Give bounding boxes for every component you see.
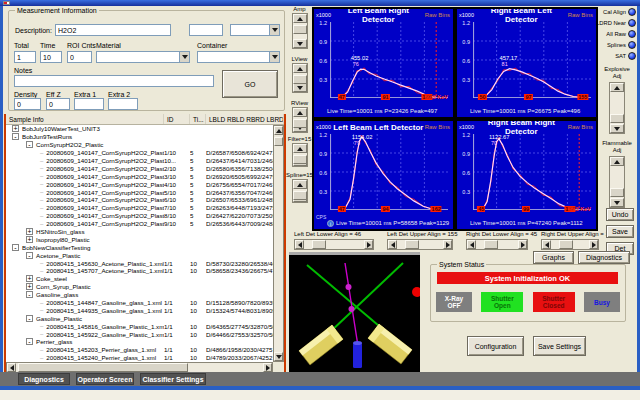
scrollbar-vertical[interactable] <box>609 156 625 208</box>
scrollbar-vertical[interactable] <box>609 82 625 134</box>
explosive-adj-slider[interactable] <box>609 82 625 134</box>
configuration-button[interactable]: Configuration <box>467 336 524 356</box>
scroll-track[interactable] <box>274 135 283 352</box>
tree-row[interactable]: -Gasoline_glass <box>6 291 273 299</box>
tree-horizontal-scrollbar[interactable] <box>6 362 273 372</box>
scroll-track[interactable] <box>304 240 364 249</box>
tree-expander-icon[interactable]: - <box>12 133 19 140</box>
tree-row[interactable]: –20080609_140147_CornSyrupH2O2_Plastic_1… <box>6 157 273 165</box>
tree-row[interactable]: –20080415_145816_Gasoline_Plastic_1.xml1… <box>6 322 273 330</box>
tree-row[interactable]: –20080609_140147_CornSyrupH2O2_Plastic_9… <box>6 220 273 228</box>
scroll-thumb[interactable] <box>312 240 326 249</box>
tree-expander-icon[interactable]: - <box>26 315 33 322</box>
led-button[interactable] <box>628 8 636 16</box>
total-field[interactable] <box>14 51 36 63</box>
tab-classifier-settings[interactable]: Classifier Settings <box>140 373 206 385</box>
column-header-sample-info[interactable]: Sample Info <box>6 114 164 124</box>
tree-row[interactable]: –20080609_140147_CornSyrupH2O2_Plastic_1… <box>6 149 273 157</box>
tree-row[interactable]: –20080415_144935_Gasoline_glass_1.xml1/1… <box>6 306 273 314</box>
scrollbar-vertical[interactable] <box>292 179 308 203</box>
tab-operator-screen[interactable]: Operator Screen <box>76 373 134 385</box>
tree-expander-icon[interactable]: - <box>12 244 19 251</box>
scroll-up-icon[interactable] <box>610 157 624 166</box>
tree-row[interactable]: -Perrier_glass <box>6 338 273 346</box>
tree-row[interactable]: –20080415_145240_Perrier_glass_1.xml1/11… <box>6 354 273 362</box>
scroll-right-icon[interactable] <box>364 240 373 249</box>
scroll-right-icon[interactable] <box>263 363 272 372</box>
tree-row[interactable]: –20080609_140147_CornSyrupH2O2_Plastic_8… <box>6 212 273 220</box>
scrollbar-horizontal[interactable] <box>294 239 374 250</box>
scroll-thumb[interactable] <box>293 25 307 34</box>
led-button[interactable] <box>628 52 636 60</box>
scroll-down-icon[interactable] <box>610 124 624 133</box>
scroll-track[interactable] <box>293 189 307 193</box>
scroll-thumb[interactable] <box>18 363 188 372</box>
scroll-down-icon[interactable] <box>274 352 283 361</box>
scroll-thumb[interactable] <box>610 114 624 123</box>
effz-field[interactable] <box>46 98 70 110</box>
tree-expander-icon[interactable]: - <box>26 338 33 345</box>
column-header-time[interactable]: Ti... <box>190 114 206 124</box>
scroll-thumb[interactable] <box>274 137 283 146</box>
diagnostics-button[interactable]: Diagnostics <box>578 251 630 264</box>
roi-cnts-field[interactable] <box>67 51 92 63</box>
led-button[interactable] <box>628 30 636 38</box>
tree-row[interactable]: +Coke_steel <box>6 275 273 283</box>
tree-row[interactable]: –20080415_145922_Gasoline_Plastic_1.xml1… <box>6 330 273 338</box>
tree-row[interactable]: -BobJun9TestRuns <box>6 133 273 141</box>
column-header-id[interactable]: ID <box>164 114 190 124</box>
scroll-up-icon[interactable] <box>610 83 624 92</box>
tab-diagnostics[interactable]: Diagnostics <box>18 373 70 385</box>
scroll-up-icon[interactable] <box>293 144 307 153</box>
tree-row[interactable]: -Acetone_Plastic <box>6 251 273 259</box>
scrollbar-vertical[interactable] <box>292 107 308 133</box>
scroll-down-icon[interactable] <box>293 39 307 48</box>
aux-field[interactable] <box>189 24 223 36</box>
extra2-field[interactable] <box>108 98 138 110</box>
scroll-track[interactable] <box>293 73 307 83</box>
scroll-up-icon[interactable] <box>293 14 307 23</box>
tree-row[interactable]: –20080609_140147_CornSyrupH2O2_Plastic_6… <box>6 196 273 204</box>
column-header-detectors[interactable]: LBLD RBLD RBRD LBRD <box>206 114 284 124</box>
scroll-down-icon[interactable] <box>293 83 307 92</box>
scrollbar-vertical[interactable] <box>292 13 308 49</box>
scroll-thumb[interactable] <box>293 155 307 164</box>
scroll-thumb[interactable] <box>610 188 624 197</box>
dropdown-arrow-icon[interactable] <box>179 52 189 62</box>
scroll-track[interactable] <box>16 363 263 372</box>
scroll-up-icon[interactable] <box>274 126 283 135</box>
tree-row[interactable]: -BobNewClassifierTesting <box>6 243 273 251</box>
tree-row[interactable]: +HSNitroSin_glass <box>6 228 273 236</box>
flammable-adj-slider[interactable] <box>609 156 625 208</box>
tree-row[interactable]: –20080415_144847_Gasoline_glass_1.xml1/1… <box>6 299 273 307</box>
scroll-up-icon[interactable] <box>293 180 307 189</box>
tree-row[interactable]: +Isopropyl80_Plastic <box>6 235 273 243</box>
scroll-left-icon[interactable] <box>295 240 304 249</box>
scroll-left-icon[interactable] <box>388 240 397 249</box>
scroll-thumb[interactable] <box>405 240 419 249</box>
scrollbar-vertical[interactable] <box>273 125 284 362</box>
density-field[interactable] <box>14 98 41 110</box>
scroll-thumb[interactable] <box>293 191 307 200</box>
led-button[interactable] <box>628 19 636 27</box>
tree-row[interactable]: –20080609_140147_CornSyrupH2O2_Plastic_5… <box>6 188 273 196</box>
save-button[interactable]: Save <box>606 225 634 238</box>
graphs-button[interactable]: Graphs <box>533 251 574 264</box>
aux-dropdown[interactable] <box>230 24 280 36</box>
tree-expander-icon[interactable]: - <box>26 141 33 148</box>
scroll-track[interactable] <box>293 23 307 39</box>
tree-expander-icon[interactable]: - <box>26 291 33 298</box>
tree-row[interactable]: -Gasoline_Plastic <box>6 314 273 322</box>
extra1-field[interactable] <box>74 98 104 110</box>
tree-row[interactable]: +Corn_Syrup_Plastic <box>6 283 273 291</box>
tree-expander-icon[interactable]: + <box>26 283 33 290</box>
go-button[interactable]: GO <box>222 70 278 98</box>
scroll-up-icon[interactable] <box>293 64 307 73</box>
description-field[interactable] <box>55 24 171 36</box>
scrollbar-vertical[interactable] <box>292 63 308 93</box>
scroll-track[interactable] <box>293 117 307 123</box>
scroll-track[interactable] <box>610 166 624 198</box>
tree-row[interactable]: –20080609_140147_CornSyrupH2O2_Plastic_3… <box>6 172 273 180</box>
scroll-track[interactable] <box>610 92 624 124</box>
led-button[interactable] <box>628 41 636 49</box>
